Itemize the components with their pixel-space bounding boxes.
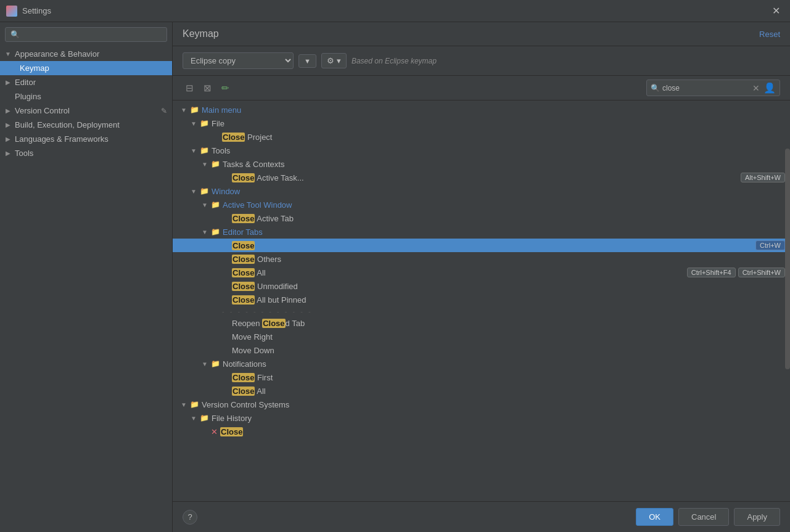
sidebar: 🔍 ▼ Appearance & Behavior Keymap ▶ Edito… (0, 22, 173, 532)
tree-item-label: Version Control Systems (202, 400, 289, 409)
sidebar-item-languages[interactable]: ▶ Languages & Frameworks (0, 132, 172, 146)
based-on-text: Based on Eclipse keymap (352, 57, 437, 65)
reset-button[interactable]: Reset (759, 30, 780, 39)
tree-row[interactable]: ▼ 📁 File (173, 117, 790, 130)
arrow-icon: ▼ (201, 202, 208, 208)
tree-item-label: Close First (232, 373, 273, 382)
panel-header: Keymap Reset (173, 22, 790, 46)
keymap-select[interactable]: Eclipse copy (183, 52, 294, 69)
apply-button[interactable]: Apply (734, 508, 780, 526)
tree-item-label: Close (220, 427, 243, 436)
tree-row[interactable]: ✕ Close (173, 425, 790, 438)
folder-icon: 📁 (200, 146, 209, 155)
arrow-icon: ▼ (190, 120, 197, 127)
gear-button[interactable]: ⚙ ▾ (321, 53, 347, 68)
search-right[interactable]: 🔍 ✕ 👤 (646, 80, 780, 96)
collapse-all-button[interactable]: ⊠ (200, 81, 215, 96)
tree-row[interactable]: Close Active Task... Alt+Shift+W (173, 171, 790, 184)
user-filter-button[interactable]: 👤 (763, 82, 776, 94)
title-bar: Settings ✕ (0, 0, 790, 22)
highlight: Close (232, 173, 255, 182)
tree-row[interactable]: ▼ 📁 Notifications (173, 357, 790, 370)
expand-all-icon: ⊟ (186, 83, 194, 93)
tree-item-label: Tools (212, 146, 230, 155)
tree-row[interactable]: Close All (173, 384, 790, 398)
tree-row[interactable]: Move Down (173, 343, 790, 357)
scroll-indicator (785, 100, 790, 501)
search-right-icon: 🔍 (651, 84, 660, 92)
help-button[interactable]: ? (183, 510, 197, 525)
separator-row: - - - - - - - - - - - - (173, 306, 790, 316)
arrow-icon: ▼ (190, 147, 197, 154)
expand-all-button[interactable]: ⊟ (183, 81, 197, 96)
tree-item-label: Notifications (223, 359, 266, 369)
keymap-selector-row: Eclipse copy ▼ ⚙ ▾ Based on Eclipse keym… (173, 46, 790, 76)
highlight: Close (232, 373, 255, 382)
tree-row[interactable]: ▼ 📁 Active Tool Window (173, 198, 790, 211)
tree-row[interactable]: ▼ 📁 Tools (173, 144, 790, 157)
sidebar-item-label: Keymap (20, 63, 49, 73)
tree-row[interactable]: ▼ 📁 Tasks & Contexts (173, 157, 790, 171)
tree-row[interactable]: Close Unmodified (173, 279, 790, 293)
bottom-bar: ? OK Cancel Apply (173, 501, 790, 532)
sidebar-item-keymap[interactable]: Keymap (0, 61, 172, 75)
tree-item-label: Close Others (232, 255, 281, 264)
folder-icon: 📁 (211, 160, 220, 168)
expand-arrow-icon: ▶ (5, 107, 11, 114)
ok-button[interactable]: OK (636, 508, 673, 526)
tree-item-label: Move Right (232, 332, 273, 342)
keymap-search-input[interactable] (662, 84, 749, 92)
folder-icon: 📁 (190, 400, 199, 409)
tree-row[interactable]: Close Project (173, 130, 790, 144)
sidebar-item-label: Appearance & Behavior (15, 49, 99, 59)
sidebar-item-editor[interactable]: ▶ Editor (0, 75, 172, 89)
tree-row[interactable]: Close Active Tab (173, 211, 790, 225)
cancel-button[interactable]: Cancel (678, 508, 729, 526)
sidebar-item-appearance[interactable]: ▼ Appearance & Behavior (0, 47, 172, 61)
arrow-icon: ▼ (201, 361, 208, 367)
tree-item-label: Close All (232, 387, 266, 396)
tree-item-label: Editor Tabs (223, 227, 263, 237)
tree-row[interactable]: Reopen Closed Tab (173, 316, 790, 330)
highlight: Close (262, 319, 285, 328)
folder-icon: 📁 (190, 105, 199, 114)
tree-row[interactable]: ▼ 📁 Editor Tabs (173, 225, 790, 239)
sidebar-search-box[interactable]: 🔍 (5, 27, 167, 42)
tree-row[interactable]: ▼ 📁 Window (173, 184, 790, 198)
tree-row[interactable]: ▼ 📁 Main menu (173, 103, 790, 117)
sidebar-item-build[interactable]: ▶ Build, Execution, Deployment (0, 118, 172, 132)
keymap-dropdown-arrow[interactable]: ▼ (298, 54, 316, 68)
sidebar-item-tools[interactable]: ▶ Tools (0, 146, 172, 160)
tree-row[interactable]: ▼ 📁 File History (173, 411, 790, 425)
tree-row[interactable]: Close First (173, 370, 790, 384)
tree-row[interactable]: Close All but Pinned (173, 293, 790, 306)
tree-item-label: Window (212, 187, 240, 196)
folder-icon: 📁 (211, 227, 220, 236)
tree-row[interactable]: Close Others (173, 252, 790, 266)
tree-item-label: File (212, 119, 224, 128)
sidebar-item-label: Build, Execution, Deployment (15, 120, 120, 129)
tree-item-label: Close Unmodified (232, 282, 298, 291)
shortcut-area: Ctrl+Shift+F4 Ctrl+Shift+W (687, 268, 785, 277)
pencil-button[interactable]: ✏ (218, 81, 232, 96)
tree-item-label: Tasks & Contexts (223, 160, 284, 169)
sidebar-item-version-control[interactable]: ▶ Version Control ✎ (0, 104, 172, 118)
close-window-button[interactable]: ✕ (768, 5, 784, 17)
shortcut-badge: Ctrl+W (755, 240, 785, 250)
folder-icon: 📁 (211, 200, 220, 209)
sidebar-item-label: Version Control (15, 106, 70, 115)
highlight: Close (220, 427, 243, 436)
folder-icon: 📁 (211, 359, 220, 368)
tree-item-label: Close Project (222, 133, 272, 142)
tree-row-close-selected[interactable]: Close Ctrl+W (173, 239, 790, 252)
highlight: Close (232, 241, 255, 250)
sidebar-item-plugins[interactable]: Plugins (0, 89, 172, 104)
sidebar-search-input[interactable] (23, 30, 162, 39)
scroll-thumb[interactable] (785, 149, 790, 369)
highlight: Close (232, 282, 255, 291)
tree-row[interactable]: ▼ 📁 Version Control Systems (173, 398, 790, 411)
tree-row[interactable]: Close All Ctrl+Shift+F4 Ctrl+Shift+W (173, 266, 790, 279)
bottom-buttons: OK Cancel Apply (636, 508, 780, 526)
tree-row[interactable]: Move Right (173, 330, 790, 343)
search-clear-button[interactable]: ✕ (751, 83, 761, 93)
